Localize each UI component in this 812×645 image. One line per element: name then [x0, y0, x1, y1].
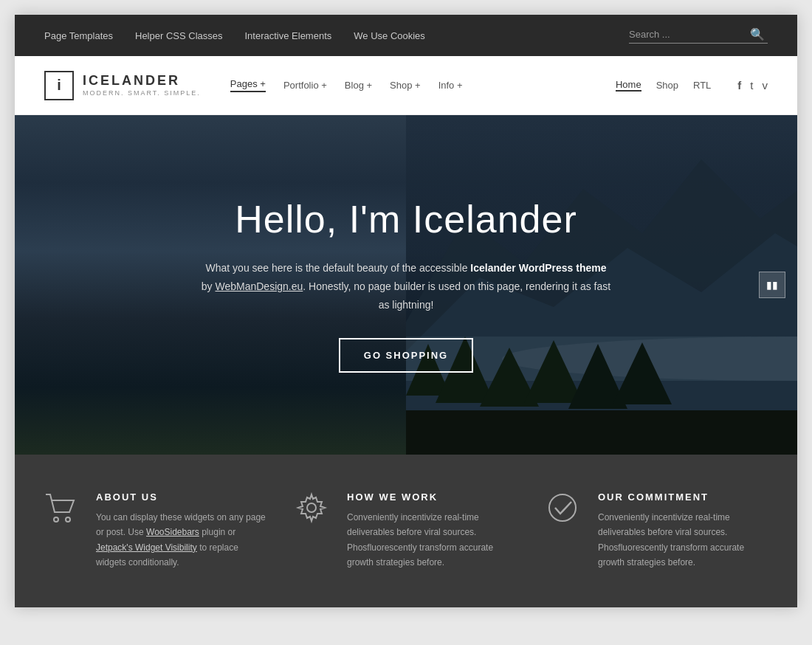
twitter-icon[interactable]: t [750, 79, 753, 92]
jetpack-link[interactable]: Jetpack's Widget Visibility [96, 542, 197, 553]
hero-content: Hello, I'm Icelander What you see here i… [185, 197, 627, 373]
feature-how-content: HOW WE WORK Conveniently incentivize rea… [347, 491, 517, 570]
feature-commitment-text: Conveniently incentivize real-time deliv… [598, 510, 768, 570]
nav-blog[interactable]: Blog + [345, 80, 372, 91]
svg-point-21 [549, 494, 576, 521]
hero-subtitle-by: by [202, 280, 216, 292]
nav-rtl[interactable]: RTL [693, 80, 711, 91]
feature-commitment-title: OUR COMMITMENT [598, 491, 768, 503]
vimeo-icon[interactable]: v [763, 79, 768, 92]
nav-cookies[interactable]: We Use Cookies [354, 30, 425, 41]
site-header: i ICELANDER MODERN. SMART. SIMPLE. Pages… [15, 56, 797, 115]
nav-interactive[interactable]: Interactive Elements [245, 30, 332, 41]
go-shopping-button[interactable]: GO SHOPPING [339, 338, 473, 373]
logo-name: ICELANDER [83, 73, 201, 89]
nav-pages[interactable]: Pages + [230, 78, 266, 92]
search-input[interactable] [629, 29, 747, 40]
feature-how-title: HOW WE WORK [347, 491, 517, 503]
gear-icon [295, 491, 332, 528]
woosidebars-link[interactable]: WooSidebars [146, 527, 199, 537]
hero-subtitle-link[interactable]: WebManDesign.eu [215, 280, 303, 292]
hero-subtitle-end: . Honestly, no page builder is used on t… [303, 280, 610, 311]
logo-tagline: MODERN. SMART. SIMPLE. [83, 89, 201, 97]
main-nav: Pages + Portfolio + Blog + Shop + Info + [230, 78, 616, 92]
features-section: ABOUT US You can display these widgets o… [15, 455, 797, 607]
hero-subtitle: What you see here is the default beauty … [199, 259, 613, 315]
feature-how-we-work: HOW WE WORK Conveniently incentivize rea… [295, 491, 517, 570]
facebook-icon[interactable]: f [737, 79, 741, 92]
svg-point-20 [307, 503, 316, 512]
logo-letter: i [57, 77, 61, 94]
hero-subtitle-bold: Icelander WordPress theme [470, 262, 606, 274]
logo[interactable]: i ICELANDER MODERN. SMART. SIMPLE. [44, 71, 201, 100]
feature-about-us: ABOUT US You can display these widgets o… [44, 491, 266, 570]
pause-button[interactable]: ▮▮ [759, 272, 785, 298]
page-wrapper: Page Templates Helper CSS Classes Intera… [15, 15, 797, 607]
nav-page-templates[interactable]: Page Templates [44, 30, 113, 41]
feature-about-title: ABOUT US [96, 491, 266, 503]
feature-how-text: Conveniently incentivize real-time deliv… [347, 510, 517, 570]
top-bar: Page Templates Helper CSS Classes Intera… [15, 15, 797, 56]
social-icons: f t v [737, 79, 768, 92]
nav-shop[interactable]: Shop + [390, 80, 421, 91]
svg-point-18 [54, 517, 58, 522]
feature-about-content: ABOUT US You can display these widgets o… [96, 491, 266, 570]
hero-subtitle-text1: What you see here is the default beauty … [206, 262, 471, 274]
feature-commitment-content: OUR COMMITMENT Conveniently incentivize … [598, 491, 768, 570]
logo-box: i [44, 71, 74, 100]
svg-rect-17 [406, 410, 797, 455]
search-form: 🔍 [629, 27, 768, 44]
nav-home[interactable]: Home [616, 79, 641, 92]
cart-icon [44, 491, 81, 528]
hero-title: Hello, I'm Icelander [199, 197, 613, 241]
nav-info[interactable]: Info + [438, 80, 463, 91]
right-nav: Home Shop RTL f t v [616, 79, 768, 92]
checkmark-icon [546, 491, 583, 528]
nav-helper-css[interactable]: Helper CSS Classes [135, 30, 223, 41]
top-bar-nav: Page Templates Helper CSS Classes Intera… [44, 30, 425, 41]
nav-portfolio[interactable]: Portfolio + [283, 80, 327, 91]
svg-point-19 [66, 517, 70, 522]
feature-about-text: You can display these widgets on any pag… [96, 510, 266, 570]
feature-commitment: OUR COMMITMENT Conveniently incentivize … [546, 491, 768, 570]
hero-section: Hello, I'm Icelander What you see here i… [15, 115, 797, 455]
feature-about-text2: plugin or [199, 527, 235, 537]
pause-icon: ▮▮ [766, 279, 778, 291]
logo-text: ICELANDER MODERN. SMART. SIMPLE. [83, 73, 201, 97]
nav-shop-right[interactable]: Shop [656, 80, 678, 91]
search-button[interactable]: 🔍 [747, 27, 768, 41]
